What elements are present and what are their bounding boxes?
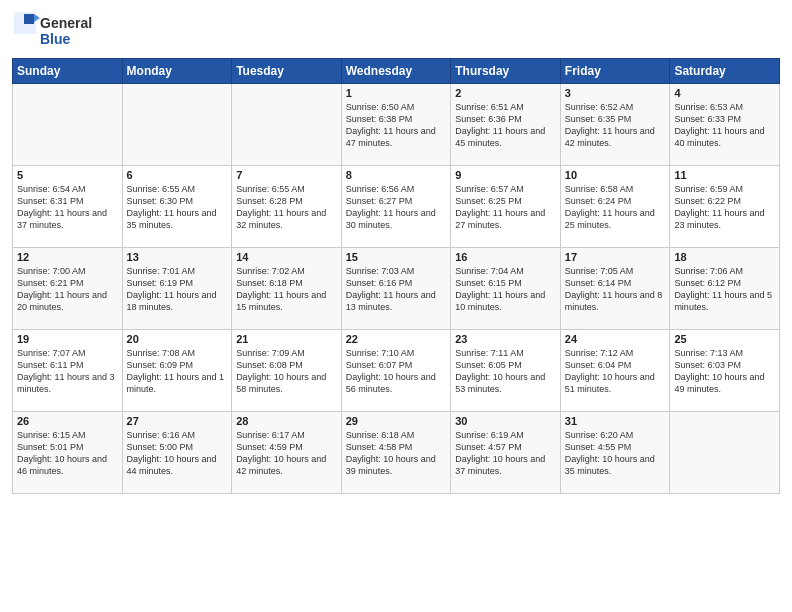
- calendar-week-row: 19Sunrise: 7:07 AM Sunset: 6:11 PM Dayli…: [13, 330, 780, 412]
- calendar-week-row: 12Sunrise: 7:00 AM Sunset: 6:21 PM Dayli…: [13, 248, 780, 330]
- cell-content: Sunrise: 7:07 AM Sunset: 6:11 PM Dayligh…: [17, 347, 118, 396]
- day-number: 15: [346, 251, 447, 263]
- cell-content: Sunrise: 7:09 AM Sunset: 6:08 PM Dayligh…: [236, 347, 337, 396]
- calendar-cell: 14Sunrise: 7:02 AM Sunset: 6:18 PM Dayli…: [232, 248, 342, 330]
- calendar-cell: 22Sunrise: 7:10 AM Sunset: 6:07 PM Dayli…: [341, 330, 451, 412]
- calendar-cell: 3Sunrise: 6:52 AM Sunset: 6:35 PM Daylig…: [560, 84, 670, 166]
- day-number: 23: [455, 333, 556, 345]
- calendar-cell: 6Sunrise: 6:55 AM Sunset: 6:30 PM Daylig…: [122, 166, 232, 248]
- day-number: 9: [455, 169, 556, 181]
- header: General Blue: [12, 10, 780, 50]
- calendar-cell: 29Sunrise: 6:18 AM Sunset: 4:58 PM Dayli…: [341, 412, 451, 494]
- calendar-week-row: 5Sunrise: 6:54 AM Sunset: 6:31 PM Daylig…: [13, 166, 780, 248]
- calendar-cell: 26Sunrise: 6:15 AM Sunset: 5:01 PM Dayli…: [13, 412, 123, 494]
- day-number: 14: [236, 251, 337, 263]
- calendar-cell: 31Sunrise: 6:20 AM Sunset: 4:55 PM Dayli…: [560, 412, 670, 494]
- day-number: 19: [17, 333, 118, 345]
- day-number: 4: [674, 87, 775, 99]
- day-number: 5: [17, 169, 118, 181]
- calendar-cell: 20Sunrise: 7:08 AM Sunset: 6:09 PM Dayli…: [122, 330, 232, 412]
- calendar-cell: 10Sunrise: 6:58 AM Sunset: 6:24 PM Dayli…: [560, 166, 670, 248]
- cell-content: Sunrise: 6:56 AM Sunset: 6:27 PM Dayligh…: [346, 183, 447, 232]
- day-number: 29: [346, 415, 447, 427]
- weekday-header: Friday: [560, 59, 670, 84]
- calendar-cell: 15Sunrise: 7:03 AM Sunset: 6:16 PM Dayli…: [341, 248, 451, 330]
- cell-content: Sunrise: 7:01 AM Sunset: 6:19 PM Dayligh…: [127, 265, 228, 314]
- day-number: 17: [565, 251, 666, 263]
- cell-content: Sunrise: 6:57 AM Sunset: 6:25 PM Dayligh…: [455, 183, 556, 232]
- cell-content: Sunrise: 7:02 AM Sunset: 6:18 PM Dayligh…: [236, 265, 337, 314]
- calendar-cell: 19Sunrise: 7:07 AM Sunset: 6:11 PM Dayli…: [13, 330, 123, 412]
- weekday-header: Monday: [122, 59, 232, 84]
- weekday-header: Thursday: [451, 59, 561, 84]
- day-number: 20: [127, 333, 228, 345]
- day-number: 13: [127, 251, 228, 263]
- cell-content: Sunrise: 6:54 AM Sunset: 6:31 PM Dayligh…: [17, 183, 118, 232]
- cell-content: Sunrise: 6:17 AM Sunset: 4:59 PM Dayligh…: [236, 429, 337, 478]
- calendar-cell: 16Sunrise: 7:04 AM Sunset: 6:15 PM Dayli…: [451, 248, 561, 330]
- cell-content: Sunrise: 7:06 AM Sunset: 6:12 PM Dayligh…: [674, 265, 775, 314]
- day-number: 21: [236, 333, 337, 345]
- cell-content: Sunrise: 6:58 AM Sunset: 6:24 PM Dayligh…: [565, 183, 666, 232]
- calendar-cell: [122, 84, 232, 166]
- cell-content: Sunrise: 6:52 AM Sunset: 6:35 PM Dayligh…: [565, 101, 666, 150]
- cell-content: Sunrise: 6:18 AM Sunset: 4:58 PM Dayligh…: [346, 429, 447, 478]
- cell-content: Sunrise: 6:55 AM Sunset: 6:30 PM Dayligh…: [127, 183, 228, 232]
- calendar-cell: 21Sunrise: 7:09 AM Sunset: 6:08 PM Dayli…: [232, 330, 342, 412]
- calendar-cell: 18Sunrise: 7:06 AM Sunset: 6:12 PM Dayli…: [670, 248, 780, 330]
- day-number: 6: [127, 169, 228, 181]
- cell-content: Sunrise: 7:00 AM Sunset: 6:21 PM Dayligh…: [17, 265, 118, 314]
- logo: General Blue: [12, 10, 102, 50]
- cell-content: Sunrise: 6:51 AM Sunset: 6:36 PM Dayligh…: [455, 101, 556, 150]
- calendar-cell: [670, 412, 780, 494]
- calendar-cell: 11Sunrise: 6:59 AM Sunset: 6:22 PM Dayli…: [670, 166, 780, 248]
- day-number: 30: [455, 415, 556, 427]
- calendar-cell: 23Sunrise: 7:11 AM Sunset: 6:05 PM Dayli…: [451, 330, 561, 412]
- day-number: 25: [674, 333, 775, 345]
- day-number: 27: [127, 415, 228, 427]
- calendar-cell: 12Sunrise: 7:00 AM Sunset: 6:21 PM Dayli…: [13, 248, 123, 330]
- svg-text:General: General: [40, 15, 92, 31]
- calendar-week-row: 26Sunrise: 6:15 AM Sunset: 5:01 PM Dayli…: [13, 412, 780, 494]
- day-number: 16: [455, 251, 556, 263]
- cell-content: Sunrise: 6:50 AM Sunset: 6:38 PM Dayligh…: [346, 101, 447, 150]
- weekday-header: Tuesday: [232, 59, 342, 84]
- calendar-cell: [13, 84, 123, 166]
- calendar-cell: 1Sunrise: 6:50 AM Sunset: 6:38 PM Daylig…: [341, 84, 451, 166]
- day-number: 11: [674, 169, 775, 181]
- day-number: 7: [236, 169, 337, 181]
- svg-marker-5: [24, 14, 34, 24]
- day-number: 22: [346, 333, 447, 345]
- cell-content: Sunrise: 7:10 AM Sunset: 6:07 PM Dayligh…: [346, 347, 447, 396]
- calendar-cell: 25Sunrise: 7:13 AM Sunset: 6:03 PM Dayli…: [670, 330, 780, 412]
- calendar-cell: 13Sunrise: 7:01 AM Sunset: 6:19 PM Dayli…: [122, 248, 232, 330]
- calendar-week-row: 1Sunrise: 6:50 AM Sunset: 6:38 PM Daylig…: [13, 84, 780, 166]
- day-number: 12: [17, 251, 118, 263]
- calendar-table: SundayMondayTuesdayWednesdayThursdayFrid…: [12, 58, 780, 494]
- calendar-cell: 30Sunrise: 6:19 AM Sunset: 4:57 PM Dayli…: [451, 412, 561, 494]
- cell-content: Sunrise: 6:59 AM Sunset: 6:22 PM Dayligh…: [674, 183, 775, 232]
- cell-content: Sunrise: 7:04 AM Sunset: 6:15 PM Dayligh…: [455, 265, 556, 314]
- cell-content: Sunrise: 7:11 AM Sunset: 6:05 PM Dayligh…: [455, 347, 556, 396]
- logo-svg: General Blue: [12, 10, 102, 50]
- cell-content: Sunrise: 6:55 AM Sunset: 6:28 PM Dayligh…: [236, 183, 337, 232]
- day-number: 24: [565, 333, 666, 345]
- cell-content: Sunrise: 7:08 AM Sunset: 6:09 PM Dayligh…: [127, 347, 228, 396]
- calendar-cell: 7Sunrise: 6:55 AM Sunset: 6:28 PM Daylig…: [232, 166, 342, 248]
- cell-content: Sunrise: 6:19 AM Sunset: 4:57 PM Dayligh…: [455, 429, 556, 478]
- cell-content: Sunrise: 7:05 AM Sunset: 6:14 PM Dayligh…: [565, 265, 666, 314]
- calendar-cell: 2Sunrise: 6:51 AM Sunset: 6:36 PM Daylig…: [451, 84, 561, 166]
- cell-content: Sunrise: 6:16 AM Sunset: 5:00 PM Dayligh…: [127, 429, 228, 478]
- cell-content: Sunrise: 6:15 AM Sunset: 5:01 PM Dayligh…: [17, 429, 118, 478]
- calendar-cell: 17Sunrise: 7:05 AM Sunset: 6:14 PM Dayli…: [560, 248, 670, 330]
- cell-content: Sunrise: 7:12 AM Sunset: 6:04 PM Dayligh…: [565, 347, 666, 396]
- day-number: 2: [455, 87, 556, 99]
- calendar-cell: 28Sunrise: 6:17 AM Sunset: 4:59 PM Dayli…: [232, 412, 342, 494]
- calendar-cell: 9Sunrise: 6:57 AM Sunset: 6:25 PM Daylig…: [451, 166, 561, 248]
- weekday-header: Sunday: [13, 59, 123, 84]
- weekday-header: Wednesday: [341, 59, 451, 84]
- calendar-cell: 5Sunrise: 6:54 AM Sunset: 6:31 PM Daylig…: [13, 166, 123, 248]
- day-number: 1: [346, 87, 447, 99]
- calendar-cell: [232, 84, 342, 166]
- weekday-header: Saturday: [670, 59, 780, 84]
